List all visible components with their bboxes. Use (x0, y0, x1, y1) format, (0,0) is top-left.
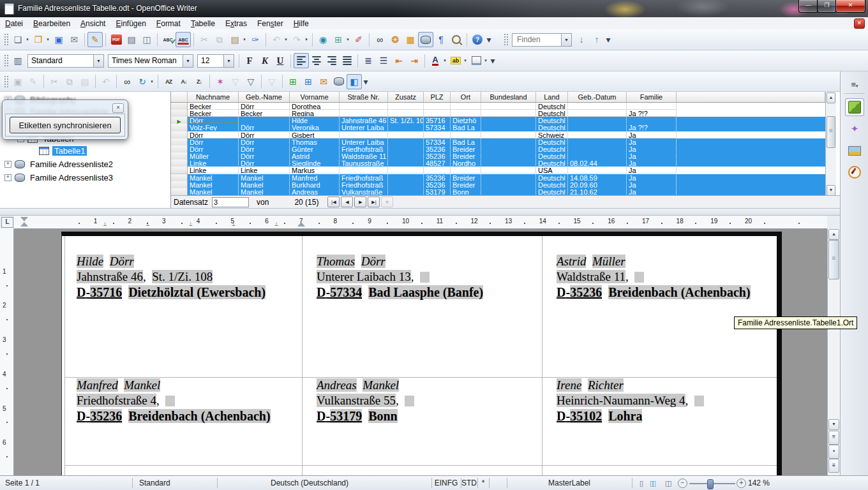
grid-cell[interactable]: 57334 (424, 138, 451, 145)
grid-cell[interactable]: Ja (627, 131, 677, 138)
grid-cell[interactable]: Dörr (188, 131, 239, 138)
redo-dropdown-icon[interactable]: ▾ (304, 37, 309, 42)
grid-cell[interactable]: Sieglinde (290, 160, 340, 167)
navigator-icon[interactable]: ❂ (387, 32, 403, 47)
address-label[interactable]: Andreas MankelVulkanstraße 55, D-53179 B… (317, 378, 541, 426)
grid-cell[interactable] (388, 145, 424, 152)
grid-cell[interactable]: Astrid (290, 152, 340, 160)
grid-cell[interactable]: Dörr (188, 138, 239, 145)
grid-cell[interactable]: Breider (451, 145, 481, 152)
grid-cell[interactable]: Linke (239, 167, 290, 174)
hyperlink-icon[interactable]: ◉ (315, 32, 331, 47)
lastname-field[interactable]: Dörr (110, 255, 134, 268)
align-justify-icon[interactable] (340, 53, 355, 68)
grid-cell[interactable] (481, 110, 536, 117)
grid-cell[interactable]: Ja ?!? (627, 110, 677, 117)
align-right-icon[interactable] (324, 53, 340, 68)
scrollbar-thumb[interactable] (827, 116, 835, 148)
find-input[interactable]: ▼ (512, 33, 572, 47)
grid-cell[interactable]: USA (536, 167, 568, 174)
grid-cell[interactable] (451, 110, 481, 117)
grid-cell[interactable]: Dörr (239, 131, 290, 138)
grid-cell[interactable] (388, 152, 424, 160)
grid-cell[interactable]: Volz-Fey (188, 124, 239, 131)
synchronize-labels-button[interactable]: Etiketten synchronisieren (10, 117, 121, 133)
grid-cell[interactable] (481, 131, 536, 138)
grid-cell[interactable]: Nordho (451, 160, 481, 167)
grid-cell[interactable] (388, 188, 424, 195)
grid-cell[interactable]: Günter (290, 145, 340, 152)
grid-cell[interactable]: St. 1/Zi. 10 (388, 117, 424, 124)
table-scrollbar[interactable]: ▲ ▼ (825, 92, 836, 195)
menu-datei[interactable]: Datei (0, 18, 28, 28)
grid-cell[interactable]: Becker (188, 103, 239, 110)
address-extra-field[interactable] (165, 396, 175, 406)
street-field[interactable]: Friedhofstraße 4 (77, 394, 156, 407)
font-size-combo[interactable]: 12 ▼ (197, 54, 234, 68)
grid-cell[interactable] (388, 124, 424, 131)
grid-cell[interactable] (424, 131, 451, 138)
grid-cell[interactable] (340, 103, 388, 110)
grid-cell[interactable] (568, 117, 627, 124)
grid-cell[interactable] (481, 174, 536, 181)
grid-cell[interactable]: Mankel (239, 181, 290, 188)
grid-cell[interactable]: Unterer Laiba (340, 124, 388, 131)
grid-cell[interactable] (340, 167, 388, 174)
tree-item-tabelle1[interactable]: Tabelle1 (30, 145, 87, 156)
grid-cell[interactable]: Dörr (239, 124, 290, 131)
toolbar-grip[interactable] (4, 33, 8, 46)
bullet-list-icon[interactable]: ☰ (376, 53, 391, 68)
menu-einfügen[interactable]: Einfügen (110, 18, 151, 28)
firstname-field[interactable]: Irene (557, 378, 581, 392)
grid-cell[interactable]: 21.10.62 (568, 188, 627, 195)
previous-record-button[interactable]: ◀ (341, 197, 353, 207)
grid-cell[interactable]: Thomas (290, 138, 340, 145)
grid-cell[interactable]: Waldstraße 11 (340, 152, 388, 160)
grid-cell[interactable] (340, 110, 388, 117)
grid-cell[interactable] (481, 145, 536, 152)
minimize-button[interactable]: — (798, 0, 818, 13)
grid-cell[interactable] (388, 103, 424, 110)
column-header-geb-datum[interactable]: Geb.-Datum (568, 92, 627, 103)
menu-ansicht[interactable]: Ansicht (75, 18, 110, 28)
draw-functions-icon[interactable]: ✐ (351, 32, 366, 47)
plz-field[interactable]: 53179 (330, 409, 362, 423)
grid-cell[interactable]: 14.08.59 (568, 174, 627, 181)
lastname-field[interactable]: Richter (588, 378, 624, 392)
grid-cell[interactable]: 35236 (424, 181, 451, 188)
street-field[interactable]: Waldstraße 11 (557, 270, 625, 283)
street-field[interactable]: Vulkanstraße 55 (317, 394, 396, 407)
grid-cell[interactable]: 57334 (424, 124, 451, 131)
column-header-familie[interactable]: Familie (627, 92, 677, 103)
background-color-dropdown-icon[interactable]: ▾ (483, 58, 488, 63)
grid-cell[interactable]: Dietzhö (451, 117, 481, 124)
find-down-icon[interactable]: ↓ (574, 32, 589, 47)
grid-cell[interactable] (481, 181, 536, 188)
data-to-fields-icon[interactable]: ⊞ (301, 74, 316, 89)
city-field[interactable]: Dietzhölztal (Ewersbach) (128, 285, 266, 299)
language[interactable]: Deutsch (Deutschland) (217, 479, 402, 487)
grid-cell[interactable]: 20.09.60 (568, 181, 627, 188)
address-label[interactable]: Astrid MüllerWaldstraße 11, D-35236 Brei… (557, 255, 781, 302)
font-color-dropdown-icon[interactable]: ▾ (442, 58, 447, 63)
font-name-combo[interactable]: Times New Roman ▼ (108, 54, 193, 68)
document-scrollbar[interactable]: ▲ ▼ ⇈ • ⇊ (827, 228, 840, 475)
grid-cell[interactable] (388, 138, 424, 145)
grid-cell[interactable]: Regina (290, 110, 340, 117)
grid-cell[interactable]: Ja (627, 174, 677, 181)
grid-cell[interactable] (627, 103, 677, 110)
grid-cell[interactable]: Mankel (188, 188, 239, 195)
underline-icon[interactable]: U (273, 53, 288, 68)
paste-dropdown-icon[interactable]: ▾ (242, 37, 247, 42)
grid-cell[interactable] (340, 131, 388, 138)
grid-cell[interactable] (388, 174, 424, 181)
grid-cell[interactable]: Friedhofstraß (340, 174, 388, 181)
grid-cell[interactable]: Ja (627, 188, 677, 195)
refresh-icon[interactable]: ↻ (135, 74, 150, 89)
paragraph-style-combo[interactable]: Standard ▼ (27, 54, 104, 68)
address-label[interactable]: Thomas DörrUnterer Laibach 13, D-57334 B… (317, 255, 541, 302)
chevron-down-icon[interactable]: ▼ (223, 55, 234, 67)
grid-cell[interactable]: Linke (188, 167, 239, 174)
grid-cell[interactable] (388, 131, 424, 138)
open-dropdown-icon[interactable]: ▾ (45, 37, 50, 42)
